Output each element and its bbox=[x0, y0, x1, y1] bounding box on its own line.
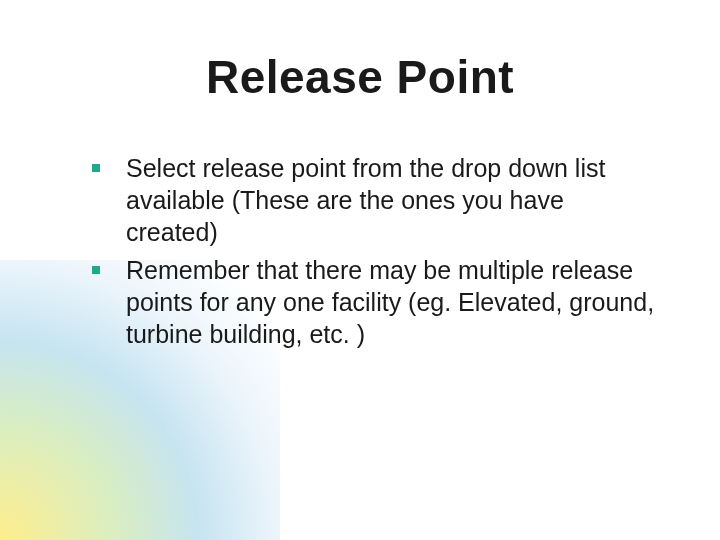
bullet-square-icon bbox=[92, 164, 100, 172]
list-item: Remember that there may be multiple rele… bbox=[92, 254, 660, 350]
list-item: Select release point from the drop down … bbox=[92, 152, 660, 248]
slide: Release Point Select release point from … bbox=[0, 0, 720, 540]
bullet-square-icon bbox=[92, 266, 100, 274]
page-title: Release Point bbox=[40, 50, 680, 104]
bullet-text: Select release point from the drop down … bbox=[126, 154, 605, 246]
bullet-text: Remember that there may be multiple rele… bbox=[126, 256, 654, 348]
bullet-list: Select release point from the drop down … bbox=[40, 152, 680, 350]
